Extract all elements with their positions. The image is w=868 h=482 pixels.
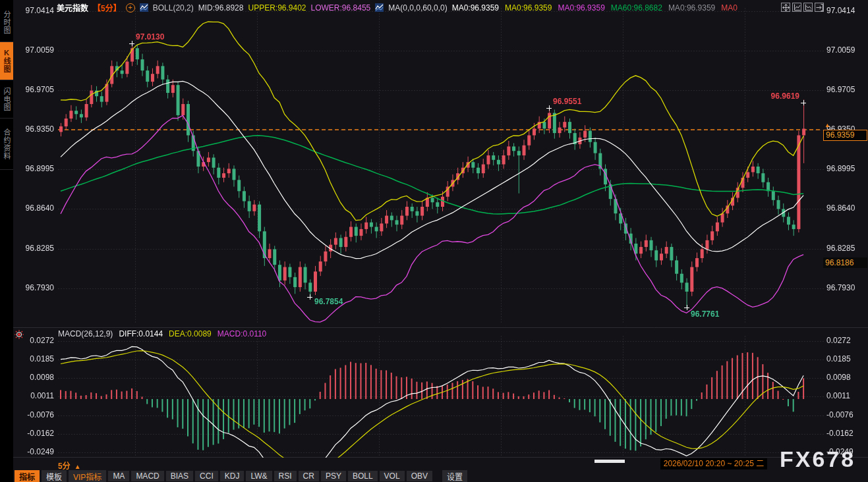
tab-KDJ[interactable]: KDJ: [220, 471, 245, 481]
y-axis-label: -0.0076: [826, 410, 867, 419]
ma-value-4: MA0:96.9359: [668, 3, 715, 13]
macd-diff-value: DIFF:0.0144: [119, 329, 163, 338]
indicator-tabbar: 指标模板VIP指标MAMACDBIASCCIKDJLW&RSICRPSYBOLL…: [13, 470, 868, 482]
fx678-watermark: FX678: [780, 446, 855, 472]
boll-lower-value: LOWER:96.8455: [311, 3, 371, 13]
scale-right-chart-icon[interactable]: [803, 3, 813, 12]
sidebar: 分时图K线图闪电图合约资料: [0, 0, 13, 482]
y-axis-label: 96.9350: [13, 124, 54, 134]
macd-macd-value: MACD:0.0110: [217, 329, 266, 338]
y-axis-label: 0.0011: [13, 391, 54, 400]
macd-indicator-icon[interactable]: [14, 329, 24, 342]
macd-params-label: MACD(26,12,9): [58, 329, 113, 338]
y-axis-label: 96.9705: [13, 85, 54, 94]
horizontal-scrollbar-thumb[interactable]: [594, 460, 625, 463]
sidebar-item-2[interactable]: 闪电图: [0, 80, 13, 119]
y-axis-label: 96.8285: [826, 244, 867, 253]
symbol-name: 美元指数: [57, 2, 88, 13]
secondary-price-tag: 96.8186: [823, 257, 867, 268]
chart-app: 分时图K线图闪电图合约资料 美元指数 【5分】 + BOLL(20,2) MID…: [0, 0, 868, 482]
exit-panel-icon[interactable]: [815, 3, 824, 12]
y-axis-label: 96.8640: [13, 203, 54, 213]
ma-mini-chart-icon[interactable]: [375, 3, 384, 12]
y-axis-label: -0.0162: [13, 429, 54, 438]
period-selector[interactable]: 5分▲: [58, 460, 81, 471]
macd-dea-value: DEA:0.0089: [169, 329, 212, 338]
y-axis-label: 97.0059: [826, 45, 867, 55]
tab-CR[interactable]: CR: [299, 471, 319, 481]
add-indicator-icon[interactable]: +: [126, 3, 135, 13]
tab-RSI[interactable]: RSI: [274, 471, 297, 481]
tab-LW&[interactable]: LW&: [246, 471, 272, 481]
y-axis-label: -0.0162: [826, 429, 867, 438]
bar-time-range: 2026/02/10 20:20 ~ 20:25 二: [660, 458, 767, 469]
sidebar-item-3[interactable]: 合约资料: [0, 119, 13, 170]
y-axis-label: 97.0059: [13, 45, 54, 55]
y-axis-label: 96.8640: [826, 203, 867, 213]
y-axis-label: 96.8285: [13, 244, 54, 253]
y-axis-label: 0.0011: [826, 391, 867, 400]
y-axis-label: 0.0098: [13, 373, 54, 382]
ma-value-5: MA0: [721, 3, 738, 13]
y-axis-label: 0.0185: [13, 354, 54, 363]
move-tool-icon[interactable]: [781, 3, 790, 12]
current-price-marker-icon: ▲: [825, 122, 830, 128]
ma-value-1: MA0:96.9359: [505, 3, 552, 13]
current-price-tag: 96.9359: [823, 130, 867, 141]
tab-OBV[interactable]: OBV: [407, 471, 432, 481]
tab-BIAS[interactable]: BIAS: [166, 471, 193, 481]
y-axis-label: 97.0414: [13, 6, 54, 15]
boll-mid-value: MID:96.8928: [198, 3, 244, 13]
tab-VOL[interactable]: VOL: [380, 471, 405, 481]
y-axis-label: 0.0272: [826, 336, 867, 345]
y-axis-label: 96.7930: [13, 283, 54, 292]
tab-VIP指标[interactable]: VIP指标: [69, 470, 106, 482]
y-axis-label: 96.9705: [826, 85, 867, 94]
boll-mini-chart-icon[interactable]: [140, 3, 148, 12]
ma-value-3: MA60:96.8682: [611, 3, 662, 13]
ma-value-2: MA0:96.9359: [558, 3, 604, 13]
y-axis-label: -0.0076: [13, 410, 54, 419]
tab-MACD[interactable]: MACD: [131, 471, 163, 481]
tab-BOLL[interactable]: BOLL: [348, 471, 378, 481]
ma-value-0: MA0:96.9359: [452, 3, 499, 13]
boll-upper-value: UPPER:96.9402: [248, 3, 306, 13]
window-controls: [781, 3, 824, 12]
y-axis-label: 97.0414: [826, 6, 867, 15]
period-arrow-icon: ▲: [74, 463, 81, 470]
tab-MA[interactable]: MA: [108, 471, 129, 481]
chart-header: 美元指数 【5分】 + BOLL(20,2) MID:96.8928 UPPER…: [57, 3, 738, 13]
y-axis-label: 0.0098: [826, 373, 867, 382]
y-axis-label: 0.0185: [826, 354, 867, 363]
ma-values: MA0:96.9359MA0:96.9359MA0:96.9359MA60:96…: [452, 3, 738, 13]
tab-指标[interactable]: 指标: [14, 470, 40, 482]
y-axis-label: -0.0249: [13, 447, 54, 456]
boll-label: BOLL(20,2): [153, 3, 194, 13]
sidebar-item-0[interactable]: 分时图: [0, 3, 13, 42]
ma-params-label: MA(0,0,0,60,0,0): [388, 3, 447, 13]
tab-模板[interactable]: 模板: [42, 470, 67, 482]
macd-header: MACD(26,12,9) DIFF:0.0144 DEA:0.0089 MAC…: [58, 329, 266, 338]
candlestick-chart-canvas[interactable]: [0, 0, 868, 482]
y-axis-label: 96.8995: [13, 164, 54, 173]
tab-设置[interactable]: 设置: [442, 470, 467, 482]
period-tag[interactable]: 【5分】: [93, 2, 121, 13]
tab-PSY[interactable]: PSY: [321, 471, 346, 481]
scale-left-chart-icon[interactable]: [792, 3, 801, 12]
y-axis-label: 96.7930: [826, 283, 867, 292]
sidebar-item-1[interactable]: K线图: [0, 42, 13, 80]
tab-CCI[interactable]: CCI: [195, 471, 218, 481]
y-axis-label: 96.8995: [826, 164, 867, 173]
